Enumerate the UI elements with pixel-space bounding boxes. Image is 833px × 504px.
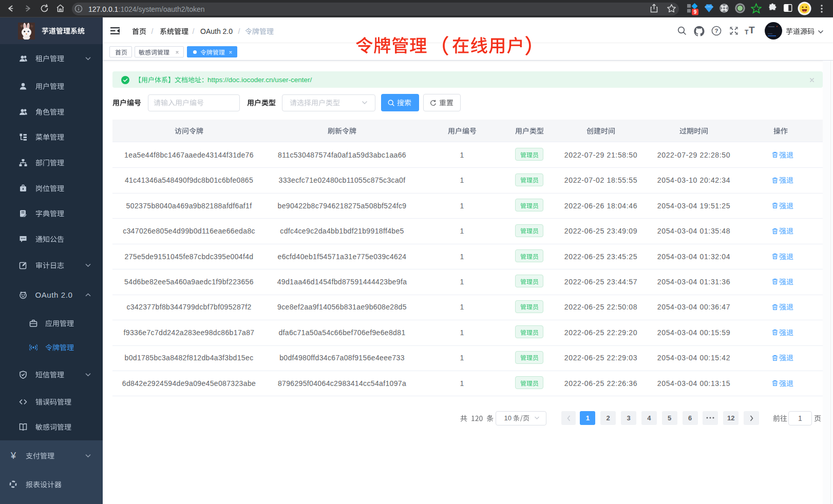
svg-text:?: ? [714,28,718,34]
svg-text:9: 9 [694,9,697,15]
